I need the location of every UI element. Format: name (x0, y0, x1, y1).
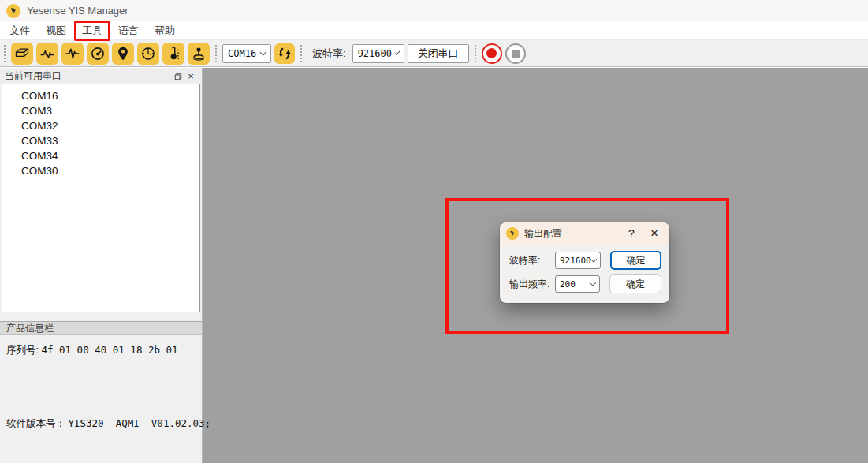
attitude-icon[interactable] (188, 43, 210, 65)
toolbar: COM16 波特率: 921600 关闭串口 (0, 40, 868, 67)
window-titlebar: Yesense YIS Manager (0, 0, 868, 21)
firmware-version-row: 软件版本号： YIS320 -AQMI -V01.02.03; (6, 417, 199, 431)
dock-title: 当前可用串口 (5, 69, 61, 83)
com-port-select[interactable]: COM16 (222, 44, 271, 63)
product-info-title: 产品信息栏 (6, 322, 54, 335)
port-list-item[interactable]: COM16 (2, 88, 199, 103)
menu-help[interactable]: 帮助 (147, 21, 183, 40)
dialog-output-rate-select[interactable]: 200 (555, 275, 600, 293)
output-rate-confirm-button[interactable]: 确定 (609, 274, 661, 293)
port-list-item[interactable]: COM34 (2, 148, 199, 163)
dialog-title: 输出配置 (524, 227, 617, 241)
chevron-down-icon (590, 256, 597, 262)
serial-port-list: COM16 COM3 COM32 COM33 COM34 COM30 (2, 84, 200, 312)
dialog-baud-select[interactable]: 921600 (555, 252, 601, 269)
toolbar-handle (300, 45, 302, 62)
baud-confirm-button[interactable]: 确定 (610, 251, 661, 270)
window-title: Yesense YIS Manager (27, 5, 129, 17)
dialog-baud-value: 921600 (560, 256, 591, 266)
toolbar-handle (215, 45, 217, 62)
dock-close-icon[interactable]: × (184, 71, 197, 82)
app-logo-icon (6, 4, 20, 18)
refresh-ports-icon[interactable] (274, 43, 295, 64)
menu-tools[interactable]: 工具 (74, 21, 110, 41)
output-config-dialog: 输出配置 ? × 波特率: 921600 确定 输出频率: 200 确定 (500, 222, 669, 303)
product-info-header: 产品信息栏 (0, 321, 202, 335)
dialog-close-icon[interactable]: × (646, 226, 663, 241)
menu-language[interactable]: 语言 (110, 21, 147, 40)
serial-number-row: 序列号: 4f 01 00 40 01 18 2b 01 (6, 344, 199, 357)
location-pin-icon[interactable] (112, 43, 134, 65)
dialog-help-icon[interactable]: ? (623, 226, 640, 241)
dialog-app-icon (506, 227, 519, 240)
baud-rate-value: 921600 (358, 48, 392, 59)
gauge-icon[interactable] (87, 43, 109, 65)
dialog-body: 波特率: 921600 确定 输出频率: 200 确定 (500, 245, 669, 294)
utc-clock-icon[interactable] (137, 43, 159, 65)
menu-view[interactable]: 视图 (38, 21, 74, 40)
dialog-output-rate-value: 200 (560, 279, 576, 289)
chevron-down-icon (260, 49, 267, 56)
stop-square-icon (512, 50, 520, 58)
chevron-down-icon (395, 50, 400, 55)
record-button[interactable] (482, 43, 502, 64)
serial-number-value: 4f 01 00 40 01 18 2b 01 (41, 344, 177, 356)
port-list-item[interactable]: COM30 (2, 163, 199, 178)
thermometer-icon[interactable] (162, 43, 184, 65)
port-list-item[interactable]: COM32 (2, 118, 199, 133)
port-list-item[interactable]: COM33 (2, 133, 199, 148)
toolbar-handle (4, 45, 6, 62)
toolbar-handle (475, 45, 476, 62)
baud-rate-select[interactable]: 921600 (352, 44, 404, 63)
chevron-down-icon (590, 279, 596, 286)
stop-button[interactable] (505, 43, 526, 64)
baud-rate-label: 波特率: (312, 47, 346, 61)
pulse-icon[interactable] (61, 43, 84, 65)
dock-header: 当前可用串口 × (0, 69, 202, 83)
dialog-output-rate-label: 输出频率: (509, 278, 555, 291)
serial-number-label: 序列号: (6, 345, 39, 356)
close-serial-port-button[interactable]: 关闭串口 (408, 44, 469, 63)
port-list-item[interactable]: COM3 (2, 103, 199, 118)
firmware-version-label: 软件版本号： (6, 418, 65, 429)
com-port-value: COM16 (228, 48, 256, 59)
cube-3d-icon[interactable] (11, 43, 33, 65)
output-rate-config-row: 输出频率: 200 确定 (509, 274, 661, 294)
firmware-version-value: YIS320 -AQMI -V01.02.03; (68, 417, 210, 429)
baud-rate-config-row: 波特率: 921600 确定 (509, 250, 661, 271)
dialog-baud-label: 波特率: (509, 254, 555, 267)
menu-bar: 文件 视图 工具 语言 帮助 (0, 21, 868, 40)
dialog-titlebar: 输出配置 ? × (500, 222, 669, 245)
waveform-icon[interactable] (36, 43, 58, 65)
dock-float-icon[interactable] (172, 71, 184, 82)
menu-file[interactable]: 文件 (2, 21, 38, 40)
serial-port-dock: 当前可用串口 × COM16 COM3 COM32 COM33 COM34 CO… (0, 68, 203, 463)
record-dot-icon (486, 48, 497, 58)
